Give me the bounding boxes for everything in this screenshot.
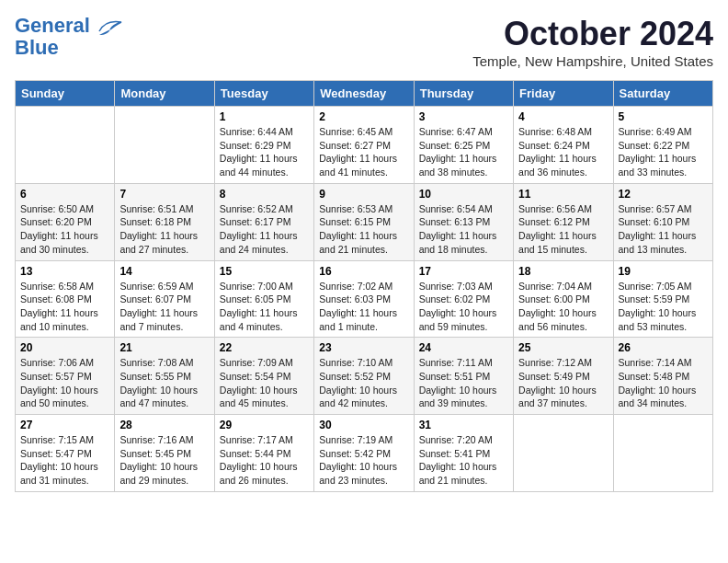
day-info: Sunrise: 7:05 AM Sunset: 5:59 PM Dayligh…: [619, 280, 708, 334]
day-number: 15: [220, 265, 309, 278]
day-number: 31: [419, 419, 508, 431]
day-number: 2: [319, 110, 408, 123]
calendar-cell: 1Sunrise: 6:44 AM Sunset: 6:29 PM Daylig…: [214, 107, 313, 184]
weekday-header-sunday: Sunday: [16, 81, 115, 107]
day-number: 30: [319, 419, 408, 431]
calendar-cell: 2Sunrise: 6:45 AM Sunset: 6:27 PM Daylig…: [314, 107, 414, 184]
day-info: Sunrise: 7:04 AM Sunset: 6:00 PM Dayligh…: [518, 280, 608, 334]
calendar-week-row: 6Sunrise: 6:50 AM Sunset: 6:20 PM Daylig…: [16, 183, 713, 260]
calendar-cell: 4Sunrise: 6:48 AM Sunset: 6:24 PM Daylig…: [514, 107, 613, 184]
month-title: October 2024: [472, 15, 713, 53]
calendar-cell: 14Sunrise: 6:59 AM Sunset: 6:07 PM Dayli…: [115, 260, 214, 338]
weekday-header-friday: Friday: [514, 81, 613, 107]
title-block: October 2024 Temple, New Hampshire, Unit…: [472, 15, 713, 69]
day-number: 16: [319, 265, 408, 278]
day-number: 8: [220, 188, 309, 201]
weekday-header-thursday: Thursday: [414, 81, 513, 107]
day-number: 20: [20, 341, 109, 354]
day-number: 26: [619, 341, 708, 354]
calendar-cell: 22Sunrise: 7:09 AM Sunset: 5:54 PM Dayli…: [214, 338, 313, 415]
page-header: General Blue October 2024 Temple, New Ha…: [15, 15, 713, 69]
day-number: 28: [119, 419, 209, 431]
day-info: Sunrise: 6:52 AM Sunset: 6:17 PM Dayligh…: [220, 202, 309, 257]
day-number: 14: [119, 265, 209, 278]
day-number: 10: [419, 188, 508, 201]
calendar-cell: 21Sunrise: 7:08 AM Sunset: 5:55 PM Dayli…: [115, 338, 214, 415]
calendar-cell: [115, 107, 214, 184]
day-number: 5: [619, 110, 708, 123]
day-number: 4: [518, 110, 608, 123]
calendar-cell: 11Sunrise: 6:56 AM Sunset: 6:12 PM Dayli…: [514, 183, 613, 260]
calendar-week-row: 20Sunrise: 7:06 AM Sunset: 5:57 PM Dayli…: [16, 338, 713, 415]
day-number: 27: [20, 419, 109, 431]
calendar-cell: 31Sunrise: 7:20 AM Sunset: 5:41 PM Dayli…: [414, 415, 513, 492]
calendar-header-row: SundayMondayTuesdayWednesdayThursdayFrid…: [16, 81, 713, 107]
weekday-header-monday: Monday: [115, 81, 214, 107]
day-info: Sunrise: 7:19 AM Sunset: 5:42 PM Dayligh…: [319, 433, 408, 488]
day-info: Sunrise: 7:16 AM Sunset: 5:45 PM Dayligh…: [119, 433, 209, 488]
day-info: Sunrise: 7:17 AM Sunset: 5:44 PM Dayligh…: [220, 433, 309, 488]
calendar-cell: 9Sunrise: 6:53 AM Sunset: 6:15 PM Daylig…: [314, 183, 414, 260]
day-number: 11: [518, 188, 608, 201]
day-info: Sunrise: 6:59 AM Sunset: 6:07 PM Dayligh…: [119, 280, 209, 334]
logo-subtext: Blue: [15, 37, 59, 59]
calendar-cell: 30Sunrise: 7:19 AM Sunset: 5:42 PM Dayli…: [314, 415, 414, 492]
day-info: Sunrise: 7:03 AM Sunset: 6:02 PM Dayligh…: [419, 280, 508, 334]
weekday-header-saturday: Saturday: [613, 81, 712, 107]
day-number: 13: [20, 265, 109, 278]
calendar-cell: 26Sunrise: 7:14 AM Sunset: 5:48 PM Dayli…: [613, 338, 712, 415]
day-info: Sunrise: 7:10 AM Sunset: 5:52 PM Dayligh…: [319, 356, 408, 410]
calendar-cell: [16, 107, 115, 184]
day-info: Sunrise: 7:11 AM Sunset: 5:51 PM Dayligh…: [419, 356, 508, 410]
calendar-cell: 28Sunrise: 7:16 AM Sunset: 5:45 PM Dayli…: [115, 415, 214, 492]
day-number: 24: [419, 341, 508, 354]
day-info: Sunrise: 6:47 AM Sunset: 6:25 PM Dayligh…: [419, 125, 508, 179]
day-info: Sunrise: 6:57 AM Sunset: 6:10 PM Dayligh…: [619, 202, 708, 257]
weekday-header-wednesday: Wednesday: [314, 81, 414, 107]
calendar-cell: 27Sunrise: 7:15 AM Sunset: 5:47 PM Dayli…: [16, 415, 115, 492]
calendar-cell: 6Sunrise: 6:50 AM Sunset: 6:20 PM Daylig…: [16, 183, 115, 260]
location: Temple, New Hampshire, United States: [472, 53, 713, 69]
logo: General Blue: [15, 15, 123, 59]
day-info: Sunrise: 6:45 AM Sunset: 6:27 PM Dayligh…: [319, 125, 408, 179]
calendar-cell: [514, 415, 613, 492]
day-info: Sunrise: 7:20 AM Sunset: 5:41 PM Dayligh…: [419, 433, 508, 488]
calendar-week-row: 27Sunrise: 7:15 AM Sunset: 5:47 PM Dayli…: [16, 415, 713, 492]
calendar-cell: 12Sunrise: 6:57 AM Sunset: 6:10 PM Dayli…: [613, 183, 712, 260]
day-info: Sunrise: 7:06 AM Sunset: 5:57 PM Dayligh…: [20, 356, 109, 410]
calendar-cell: 16Sunrise: 7:02 AM Sunset: 6:03 PM Dayli…: [314, 260, 414, 338]
calendar-cell: 15Sunrise: 7:00 AM Sunset: 6:05 PM Dayli…: [214, 260, 313, 338]
day-number: 25: [518, 341, 608, 354]
calendar-cell: 23Sunrise: 7:10 AM Sunset: 5:52 PM Dayli…: [314, 338, 414, 415]
calendar-cell: 19Sunrise: 7:05 AM Sunset: 5:59 PM Dayli…: [613, 260, 712, 338]
calendar-cell: 25Sunrise: 7:12 AM Sunset: 5:49 PM Dayli…: [514, 338, 613, 415]
day-number: 3: [419, 110, 508, 123]
day-info: Sunrise: 6:50 AM Sunset: 6:20 PM Dayligh…: [20, 202, 109, 257]
day-info: Sunrise: 7:12 AM Sunset: 5:49 PM Dayligh…: [518, 356, 608, 410]
calendar-cell: 18Sunrise: 7:04 AM Sunset: 6:00 PM Dayli…: [514, 260, 613, 338]
calendar-cell: 20Sunrise: 7:06 AM Sunset: 5:57 PM Dayli…: [16, 338, 115, 415]
day-info: Sunrise: 6:49 AM Sunset: 6:22 PM Dayligh…: [619, 125, 708, 179]
day-number: 22: [220, 341, 309, 354]
calendar-cell: 7Sunrise: 6:51 AM Sunset: 6:18 PM Daylig…: [115, 183, 214, 260]
calendar-cell: 24Sunrise: 7:11 AM Sunset: 5:51 PM Dayli…: [414, 338, 513, 415]
day-number: 12: [619, 188, 708, 201]
day-info: Sunrise: 6:44 AM Sunset: 6:29 PM Dayligh…: [220, 125, 309, 179]
weekday-header-tuesday: Tuesday: [214, 81, 313, 107]
day-number: 1: [220, 110, 309, 123]
day-number: 21: [119, 341, 209, 354]
calendar-cell: 10Sunrise: 6:54 AM Sunset: 6:13 PM Dayli…: [414, 183, 513, 260]
day-info: Sunrise: 7:15 AM Sunset: 5:47 PM Dayligh…: [20, 433, 109, 488]
day-info: Sunrise: 7:14 AM Sunset: 5:48 PM Dayligh…: [619, 356, 708, 410]
calendar-cell: 17Sunrise: 7:03 AM Sunset: 6:02 PM Dayli…: [414, 260, 513, 338]
day-info: Sunrise: 7:02 AM Sunset: 6:03 PM Dayligh…: [319, 280, 408, 334]
day-info: Sunrise: 6:54 AM Sunset: 6:13 PM Dayligh…: [419, 202, 508, 257]
calendar-cell: 3Sunrise: 6:47 AM Sunset: 6:25 PM Daylig…: [414, 107, 513, 184]
day-number: 23: [319, 341, 408, 354]
day-info: Sunrise: 6:53 AM Sunset: 6:15 PM Dayligh…: [319, 202, 408, 257]
day-info: Sunrise: 6:51 AM Sunset: 6:18 PM Dayligh…: [119, 202, 209, 257]
day-number: 18: [518, 265, 608, 278]
calendar-table: SundayMondayTuesdayWednesdayThursdayFrid…: [15, 80, 713, 492]
day-info: Sunrise: 7:00 AM Sunset: 6:05 PM Dayligh…: [220, 280, 309, 334]
day-info: Sunrise: 6:56 AM Sunset: 6:12 PM Dayligh…: [518, 202, 608, 257]
